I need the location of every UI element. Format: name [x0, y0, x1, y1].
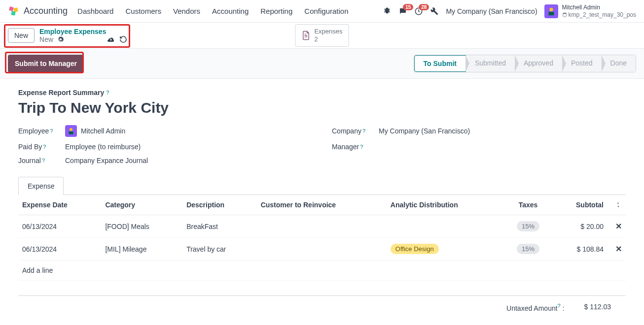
status-to-submit[interactable]: To Submit: [414, 55, 466, 72]
table-row[interactable]: 06/13/2024[FOOD] MealsBreakFast15%$ 20.0…: [18, 215, 626, 238]
paid-by-value[interactable]: Employee (to reimburse): [65, 143, 141, 151]
app-name[interactable]: Accounting: [24, 6, 68, 16]
cell-taxes[interactable]: 15%: [504, 215, 552, 238]
col-taxes[interactable]: Taxes: [504, 195, 552, 215]
debug-icon[interactable]: [383, 7, 392, 16]
action-bar: Submit to Manager To Submit Submitted Ap…: [0, 48, 644, 79]
help-icon[interactable]: ?: [106, 90, 109, 96]
gear-icon[interactable]: [57, 36, 64, 43]
nav-reporting[interactable]: Reporting: [260, 7, 292, 15]
help-icon[interactable]: ?: [43, 144, 46, 150]
col-description[interactable]: Description: [182, 195, 257, 215]
cell-analytic[interactable]: [387, 215, 504, 238]
cell-customer[interactable]: [257, 215, 387, 238]
submit-to-manager-button[interactable]: Submit to Manager: [8, 55, 84, 72]
activities-icon[interactable]: 28: [414, 7, 423, 16]
messages-badge: 15: [403, 4, 413, 10]
main-navbar: Accounting Dashboard Customers Vendors A…: [0, 0, 644, 23]
cell-date[interactable]: 06/13/2024: [18, 215, 101, 238]
nav-accounting[interactable]: Accounting: [212, 7, 249, 15]
nav-dashboard[interactable]: Dashboard: [77, 7, 113, 15]
company-selector[interactable]: My Company (San Francisco): [446, 7, 537, 15]
form-sheet: Expense Report Summary ? Trip To New Yor…: [6, 79, 638, 322]
cell-category[interactable]: [MIL] Mileage: [101, 238, 182, 260]
document-icon: [301, 31, 310, 40]
delete-row-icon[interactable]: ✕: [611, 245, 622, 253]
user-menu[interactable]: Mitchell Admin kmp_2_test_may_30_pos: [544, 4, 636, 18]
tools-icon[interactable]: [430, 7, 439, 16]
expense-table: Expense Date Category Description Custom…: [18, 195, 626, 281]
nav-customers[interactable]: Customers: [125, 7, 161, 15]
cell-date[interactable]: 06/13/2024: [18, 238, 101, 260]
user-db: kmp_2_test_may_30_pos: [562, 11, 636, 18]
status-bar: To Submit Submitted Approved Posted Done: [414, 55, 636, 72]
analytic-tag[interactable]: Office Design: [391, 244, 439, 254]
status-approved[interactable]: Approved: [515, 55, 562, 72]
col-date[interactable]: Expense Date: [18, 195, 101, 215]
nav-configuration[interactable]: Configuration: [304, 7, 348, 15]
employee-value[interactable]: Mitchell Admin: [65, 125, 125, 137]
cell-subtotal: $ 108.84: [552, 238, 608, 260]
help-icon[interactable]: ?: [50, 128, 53, 134]
user-info: Mitchell Admin kmp_2_test_may_30_pos: [562, 4, 636, 18]
nav-vendors[interactable]: Vendors: [173, 7, 200, 15]
svg-rect-0: [9, 6, 14, 11]
svg-rect-2: [11, 11, 15, 15]
svg-point-6: [563, 13, 566, 14]
help-icon[interactable]: ?: [362, 128, 365, 134]
help-icon[interactable]: ?: [558, 303, 561, 309]
breadcrumb: Employee Expenses New: [39, 28, 127, 43]
company-value[interactable]: My Company (San Francisco): [379, 127, 470, 135]
field-company: Company? My Company (San Francisco): [332, 125, 626, 137]
summary-label: Expense Report Summary ?: [18, 89, 626, 97]
stat-count: 2: [314, 35, 342, 43]
avatar-icon: [544, 4, 558, 18]
report-title[interactable]: Trip To New York City: [18, 99, 626, 116]
breadcrumb-current: New: [39, 35, 53, 43]
field-manager: Manager?: [332, 143, 626, 151]
cell-description[interactable]: BreakFast: [182, 215, 257, 238]
col-subtotal[interactable]: Subtotal: [552, 195, 608, 215]
status-submitted[interactable]: Submitted: [466, 55, 515, 72]
svg-rect-5: [548, 11, 554, 15]
col-customer[interactable]: Customer to Reinvoice: [257, 195, 387, 215]
optional-columns-icon[interactable]: [611, 201, 622, 209]
activities-badge: 28: [419, 4, 429, 10]
table-row[interactable]: 06/13/2024[MIL] MileageTravel by carOffi…: [18, 238, 626, 260]
nav-right: 15 28 My Company (San Francisco) Mitchel…: [383, 4, 636, 18]
tabs: Expense: [18, 176, 626, 195]
field-employee: Employee? Mitchell Admin: [18, 125, 312, 137]
cell-analytic[interactable]: Office Design: [387, 238, 504, 260]
cell-subtotal: $ 20.00: [552, 215, 608, 238]
cell-taxes[interactable]: 15%: [504, 238, 552, 260]
tab-expense[interactable]: Expense: [18, 177, 64, 195]
app-logo-icon[interactable]: [8, 5, 20, 17]
field-paid-by: Paid By? Employee (to reimburse): [18, 143, 312, 151]
svg-point-4: [549, 7, 553, 11]
discard-icon[interactable]: [119, 35, 127, 43]
help-icon[interactable]: ?: [42, 158, 45, 163]
col-category[interactable]: Category: [101, 195, 182, 215]
status-posted[interactable]: Posted: [562, 55, 602, 72]
new-button[interactable]: New: [8, 28, 35, 43]
status-done[interactable]: Done: [602, 55, 636, 72]
col-analytic[interactable]: Analytic Distribution: [387, 195, 504, 215]
field-journal: Journal? Company Expance Journal: [18, 157, 312, 164]
svg-rect-8: [69, 131, 73, 134]
help-icon[interactable]: ?: [360, 144, 363, 150]
cloud-save-icon[interactable]: [107, 36, 115, 43]
database-icon: [562, 12, 567, 17]
stat-expenses-button[interactable]: Expenses 2: [295, 24, 349, 46]
cell-category[interactable]: [FOOD] Meals: [101, 215, 182, 238]
messages-icon[interactable]: 15: [398, 7, 407, 16]
cell-customer[interactable]: [257, 238, 387, 260]
add-line-link[interactable]: Add a line: [18, 260, 626, 281]
stat-label: Expenses: [314, 28, 342, 35]
cell-description[interactable]: Travel by car: [182, 238, 257, 260]
form-grid: Employee? Mitchell Admin Company? My Com…: [18, 125, 626, 164]
delete-row-icon[interactable]: ✕: [611, 222, 622, 230]
journal-value[interactable]: Company Expance Journal: [65, 157, 148, 164]
breadcrumb-parent-link[interactable]: Employee Expenses: [39, 28, 127, 35]
totals: Untaxed Amount? : $ 112.03: [18, 295, 626, 312]
avatar-icon: [65, 125, 77, 137]
